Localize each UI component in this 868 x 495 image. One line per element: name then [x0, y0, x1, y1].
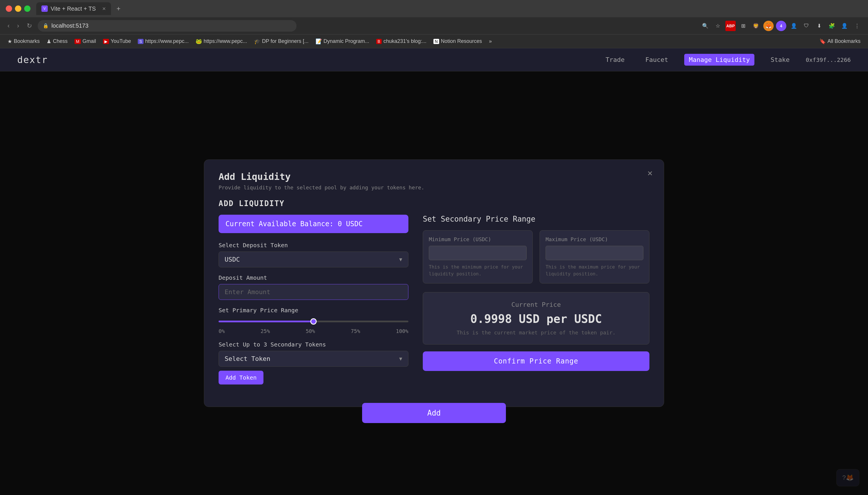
search-icon[interactable]: 🔍 [700, 21, 710, 31]
right-panel: Set Secondary Price Range Minimum Price … [423, 215, 650, 391]
min-price-input[interactable] [429, 246, 527, 260]
bookmarks-bar: ★ Bookmarks ♟ Chess M Gmail ▶ YouTube S … [0, 35, 868, 48]
more-bookmarks-button[interactable]: » [486, 37, 495, 46]
nav-faucet[interactable]: Faucet [641, 54, 673, 66]
deposit-amount-group: Deposit Amount [218, 274, 408, 300]
youtube-label: YouTube [111, 38, 131, 44]
secondary-token-select[interactable]: Select Token ETH DAI WBTC [218, 351, 408, 366]
app-navbar: dextr Trade Faucet Manage Liquidity Stak… [0, 48, 868, 71]
bookmark-dynamic[interactable]: 📝 Dynamic Program... [313, 37, 372, 46]
profile-avatar[interactable]: 👤 [839, 21, 850, 31]
max-price-group: Maximum Price (USDC) This is the maximum… [539, 230, 650, 284]
address-text: localhost:5173 [52, 22, 89, 29]
grid-ext-icon[interactable]: ⊞ [738, 21, 748, 31]
minimize-window-button[interactable] [15, 5, 21, 12]
all-bookmarks-icon: 🔖 [819, 38, 826, 45]
slider-label-100: 100% [396, 328, 408, 334]
slider-labels: 0% 25% 50% 75% 100% [218, 328, 408, 334]
modal-subtitle: Provide liquidity to the selected pool b… [218, 185, 650, 190]
chess-label: Chess [53, 38, 68, 44]
abp-ext-icon[interactable]: ABP [725, 21, 736, 31]
forward-button[interactable]: › [15, 20, 21, 31]
dynamic-icon: 📝 [316, 38, 322, 45]
bookmark-chess[interactable]: ♟ Chess [44, 37, 70, 46]
address-bar[interactable]: 🔒 localhost:5173 [38, 20, 297, 32]
back-button[interactable]: ‹ [6, 20, 11, 31]
current-price-hint: This is the current market price of the … [432, 329, 640, 336]
min-price-hint: This is the minimum price for your liqui… [429, 263, 527, 277]
avatar-icon[interactable]: 👤 [789, 21, 799, 31]
wallet-badge[interactable]: 4 [776, 21, 786, 31]
bookmark-gmail[interactable]: M Gmail [72, 37, 99, 46]
dynamic-label: Dynamic Program... [323, 38, 369, 44]
price-inputs-row: Minimum Price (USDC) This is the minimum… [423, 230, 650, 284]
pepc1-label: https://www.pepc... [145, 38, 189, 44]
extension-icons: 🔍 ☆ ABP ⊞ 🦁 🦊 4 👤 🛡 ⬇ 🧩 👤 ⋮ [700, 21, 862, 31]
bookmark-pepc1[interactable]: S https://www.pepc... [135, 37, 191, 46]
modal-body: Current Available Balance: 0 USDC Select… [218, 215, 650, 391]
current-price-label: Current Price [432, 301, 640, 308]
current-price-value: 0.9998 USD per USDC [432, 312, 640, 325]
brave-ext-icon[interactable]: 🦁 [751, 21, 761, 31]
add-liquidity-button[interactable]: Add [362, 403, 506, 423]
active-tab[interactable]: V Vite + React + TS ✕ [36, 2, 111, 15]
max-price-label: Maximum Price (USDC) [546, 236, 643, 242]
slider-label-0: 0% [218, 328, 225, 334]
pepc2-label: https://www.pepc... [203, 38, 247, 44]
gmail-label: Gmail [83, 38, 96, 44]
primary-price-range-section: Set Primary Price Range 0% 25% 50% 75% [218, 307, 408, 334]
menu-button[interactable]: ⋮ [852, 21, 862, 31]
secondary-token-select-wrapper: Select Token ETH DAI WBTC ▼ [218, 351, 408, 366]
slider-wrapper [218, 318, 408, 325]
nav-manage-liquidity[interactable]: Manage Liquidity [684, 54, 755, 66]
deposit-amount-input[interactable] [218, 284, 408, 300]
bookmark-chuka[interactable]: B chuka231's blog:... [373, 37, 429, 46]
youtube-icon: ▶ [103, 39, 109, 44]
traffic-lights [6, 5, 31, 12]
bookmark-youtube[interactable]: ▶ YouTube [100, 37, 134, 46]
tab-favicon: V [41, 5, 48, 12]
deposit-amount-label: Deposit Amount [218, 274, 408, 281]
gmail-icon: M [74, 39, 81, 44]
primary-price-range-label: Set Primary Price Range [218, 307, 408, 314]
new-tab-button[interactable]: + [113, 3, 124, 14]
chuka-label: chuka231's blog:... [384, 38, 426, 44]
slider-fill [218, 321, 314, 322]
download-icon[interactable]: ⬇ [814, 21, 824, 31]
notion-label: Notion Resources [441, 38, 482, 44]
confirm-price-range-button[interactable]: Confirm Price Range [423, 352, 650, 371]
maximize-window-button[interactable] [24, 5, 31, 12]
close-window-button[interactable] [6, 5, 12, 12]
slider-thumb[interactable] [310, 318, 317, 325]
current-price-box: Current Price 0.9998 USD per USDC This i… [423, 292, 650, 344]
slider-track [218, 321, 408, 322]
bookmark-star-icon[interactable]: ☆ [713, 21, 723, 31]
nav-trade[interactable]: Trade [601, 54, 629, 66]
add-token-button[interactable]: Add Token [218, 371, 263, 385]
bookmark-notion[interactable]: N Notion Resources [430, 37, 485, 46]
shield-icon[interactable]: 🛡 [801, 21, 812, 31]
balance-bar: Current Available Balance: 0 USDC [218, 215, 408, 233]
bookmark-pepc2[interactable]: 🐸 https://www.pepc... [193, 37, 250, 46]
deposit-token-select[interactable]: USDC ETH DAI [218, 252, 408, 267]
left-panel: Current Available Balance: 0 USDC Select… [218, 215, 408, 391]
all-bookmarks-button[interactable]: 🔖 All Bookmarks [816, 37, 863, 46]
tab-bar: V Vite + React + TS ✕ + [0, 0, 868, 17]
nav-stake[interactable]: Stake [766, 54, 794, 66]
max-price-input[interactable] [546, 246, 643, 260]
modal-header: Add Liquidity Provide liquidity to the s… [218, 171, 650, 190]
min-price-label: Minimum Price (USDC) [429, 236, 527, 242]
bookmarks-bar-label[interactable]: ★ Bookmarks [5, 37, 42, 46]
refresh-button[interactable]: ↻ [25, 20, 34, 31]
modal-close-button[interactable]: ✕ [645, 168, 655, 179]
extensions-icon[interactable]: 🧩 [827, 21, 837, 31]
bookmark-dp[interactable]: 🎓 DP for Beginners [... [251, 37, 312, 46]
pepc2-icon: 🐸 [196, 38, 202, 45]
app-background: dextr Trade Faucet Manage Liquidity Stak… [0, 48, 868, 495]
tab-close-button[interactable]: ✕ [102, 6, 106, 12]
dp-label: DP for Beginners [... [262, 38, 308, 44]
modal-section-title: ADD LIQUIDITY [218, 199, 650, 208]
metamask-ext-icon[interactable]: 🦊 [763, 21, 774, 31]
notion-icon: N [433, 39, 439, 44]
modal-title: Add Liquidity [218, 171, 650, 182]
